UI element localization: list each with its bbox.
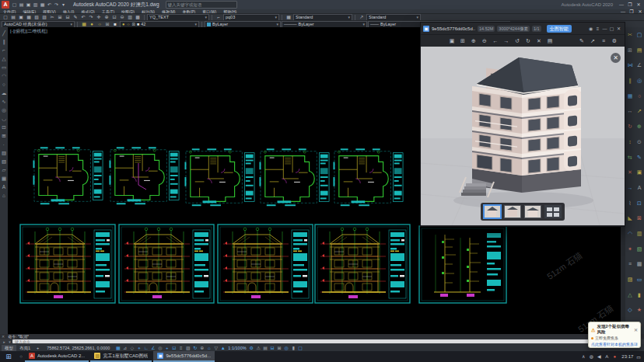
- viewer-settings-icon[interactable]: ⚙: [609, 38, 620, 44]
- center-mark-icon[interactable]: ⊙: [635, 134, 644, 150]
- hatch-edit-icon[interactable]: ▨: [626, 272, 635, 287]
- move-icon[interactable]: ↔: [626, 103, 635, 119]
- save-icon[interactable]: ▣: [17, 14, 25, 20]
- tab-model[interactable]: 模型: [2, 345, 16, 351]
- save-icon[interactable]: ▣: [25, 2, 32, 8]
- osnap-3d-toggle[interactable]: ⊕: [198, 345, 205, 351]
- zoom-realtime-icon[interactable]: ⊕: [103, 14, 110, 20]
- cut-icon[interactable]: ✂: [48, 14, 56, 20]
- publish-icon[interactable]: ▨: [40, 14, 48, 20]
- viewer-maximize-icon[interactable]: ▢: [608, 26, 615, 32]
- zoom-out-icon[interactable]: ⊖: [479, 38, 490, 44]
- thumbnail-2[interactable]: [504, 205, 521, 218]
- lock-ui-icon[interactable]: ⊠: [276, 345, 283, 351]
- selection-cycling-toggle[interactable]: ↻: [191, 345, 198, 351]
- snap-toggle[interactable]: ⊿: [121, 345, 128, 351]
- transparency-toggle[interactable]: ▨: [184, 345, 191, 351]
- redo-icon[interactable]: ↷: [87, 14, 95, 20]
- zoom-previous-icon[interactable]: ⊖: [118, 14, 126, 20]
- undo-icon[interactable]: ↶: [79, 14, 87, 20]
- more-tools-icon[interactable]: ≡: [598, 38, 609, 44]
- copy-icon[interactable]: ⊞: [56, 14, 64, 20]
- fullscreen-icon[interactable]: ▣: [446, 38, 457, 44]
- annotation-scale[interactable]: 1:1/100%: [228, 346, 246, 350]
- plot-icon[interactable]: ▦: [39, 2, 46, 8]
- leader-icon[interactable]: ↗: [635, 103, 644, 119]
- revcloud-tool-icon[interactable]: ☁: [0, 89, 8, 97]
- line-tool-icon[interactable]: ╱: [0, 29, 8, 37]
- fit-window-icon[interactable]: ⊞: [457, 38, 468, 44]
- ime-icon[interactable]: A: [603, 353, 611, 360]
- stretch-icon[interactable]: ⇆: [626, 150, 635, 165]
- attribute-icon[interactable]: ▥: [635, 226, 644, 242]
- wblock-icon[interactable]: ⊠: [635, 211, 644, 226]
- restore-button[interactable]: ❐: [626, 2, 634, 9]
- properties-palette-icon[interactable]: ▥: [126, 14, 134, 20]
- isodraft-toggle[interactable]: ◎: [156, 345, 163, 351]
- layer-lock-icon[interactable]: ⊠: [103, 21, 111, 27]
- pan-icon[interactable]: ✛: [95, 14, 103, 20]
- user-account-icon[interactable]: ◉: [587, 26, 594, 32]
- layout-icon[interactable]: ▭: [635, 272, 644, 287]
- antivirus-tray-icon[interactable]: ●: [611, 353, 618, 360]
- open-icon[interactable]: ▤: [9, 14, 17, 20]
- array-icon[interactable]: ▦: [626, 89, 635, 104]
- elevation-1[interactable]: [20, 225, 115, 303]
- selection-filter-toggle[interactable]: ▽: [212, 345, 219, 351]
- circle-tool-icon[interactable]: ○: [0, 80, 8, 89]
- floor-plan-4[interactable]: [259, 148, 329, 206]
- infer-constraints-toggle[interactable]: ◇: [128, 345, 135, 351]
- edit-image-icon[interactable]: ✎: [576, 38, 587, 44]
- floor-plan-1[interactable]: [33, 147, 103, 204]
- viewer-close-icon[interactable]: ✕: [615, 26, 622, 32]
- trim-icon[interactable]: ✕: [626, 165, 635, 180]
- taskbar-app-viewer[interactable]: ▣ 9e55dc5776dd0c5d...: [153, 351, 215, 362]
- preview-icon[interactable]: ▧: [33, 14, 40, 20]
- elevation-2[interactable]: [119, 225, 214, 303]
- dim-style-icon[interactable]: ▣: [635, 165, 644, 180]
- gizmo-toggle[interactable]: ▲: [219, 345, 226, 351]
- ortho-toggle[interactable]: ∟: [142, 345, 149, 351]
- floor-plan-5[interactable]: [333, 148, 403, 206]
- view-icon[interactable]: ▮: [635, 287, 644, 303]
- viewer-minimize-icon[interactable]: —: [601, 26, 608, 32]
- xline-tool-icon[interactable]: ∥: [0, 37, 8, 46]
- fillet-icon[interactable]: ◠: [626, 226, 635, 242]
- point-tool-icon[interactable]: ∙: [0, 140, 8, 148]
- close-button[interactable]: ✕: [635, 2, 642, 9]
- match-properties-icon[interactable]: ✎: [72, 14, 79, 20]
- minimize-button[interactable]: —: [618, 2, 625, 9]
- block-icon[interactable]: ⊡: [635, 196, 644, 211]
- ucs-icon[interactable]: ⌂: [0, 191, 8, 200]
- volume-icon[interactable]: ◀: [595, 353, 603, 360]
- extend-icon[interactable]: →: [626, 180, 635, 196]
- lineweight-toggle[interactable]: ≡: [177, 345, 184, 351]
- divide-icon[interactable]: ◇: [626, 302, 635, 318]
- render-icon[interactable]: ★: [635, 302, 644, 318]
- ellipse-tool-icon[interactable]: ◎: [0, 106, 8, 114]
- dim-diameter-icon[interactable]: ○: [635, 89, 644, 104]
- zoom-in-icon[interactable]: ⊕: [468, 38, 479, 44]
- object-snap-tracking-toggle[interactable]: +: [163, 345, 170, 351]
- hatch-tool-icon[interactable]: ▨: [0, 148, 8, 157]
- redo-icon[interactable]: ↷: [53, 2, 60, 8]
- pedit-icon[interactable]: △: [626, 287, 635, 303]
- offset-icon[interactable]: ∥: [626, 73, 635, 89]
- clock[interactable]: 23:17: [621, 354, 633, 359]
- designcenter-icon[interactable]: ▩: [134, 14, 142, 20]
- print-image-icon[interactable]: ▤: [544, 38, 555, 44]
- dim-angular-icon[interactable]: ∠: [635, 57, 644, 73]
- qat-dropdown-icon[interactable]: ▾: [60, 2, 67, 8]
- network-icon[interactable]: ◍: [587, 353, 595, 360]
- region-tool-icon[interactable]: ▱: [0, 165, 8, 174]
- annotation-monitor-icon[interactable]: ⚠: [255, 345, 262, 351]
- tab-layout1[interactable]: 布局1: [16, 345, 33, 351]
- save-as-icon[interactable]: ▥: [32, 2, 39, 8]
- dynamic-input-toggle[interactable]: ⌖: [135, 345, 142, 351]
- share-image-icon[interactable]: ↗: [587, 38, 598, 44]
- taskbar-app-folder[interactable]: ▥ 完工1座别墅CAD图纸: [90, 351, 152, 362]
- thumbnail-grid-button[interactable]: [544, 205, 562, 218]
- dim-edit-icon[interactable]: ✎: [635, 150, 644, 165]
- rotate-left-icon[interactable]: ↺: [512, 38, 523, 44]
- notification-link[interactable]: 点此查看针对本机的查杀详情: [591, 342, 638, 346]
